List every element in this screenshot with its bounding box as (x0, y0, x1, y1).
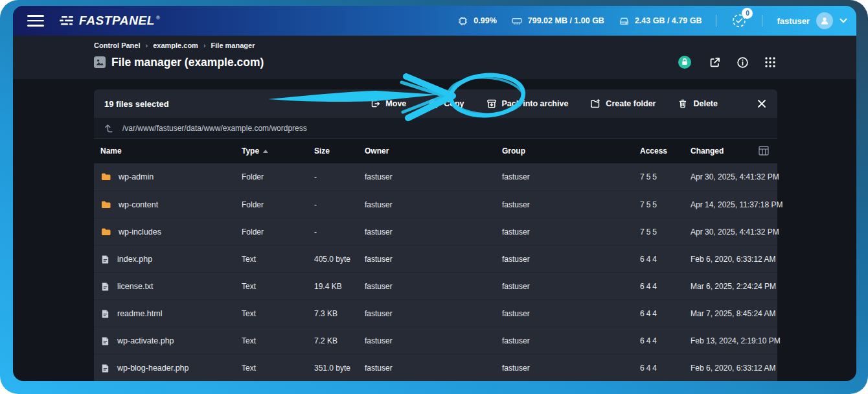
file-name: wp-content (119, 200, 158, 209)
tasks-button[interactable]: 0 (731, 12, 748, 29)
file-group: fastuser (502, 336, 640, 345)
file-group: fastuser (502, 309, 640, 318)
move-icon (370, 98, 380, 109)
external-link-icon[interactable] (709, 56, 721, 69)
file-group: fastuser (502, 282, 640, 291)
file-access: 644 (640, 309, 691, 318)
breadcrumb-domain[interactable]: example.com (153, 41, 198, 49)
cpu-icon (457, 16, 468, 27)
file-size: 351.0 byte (314, 364, 365, 373)
file-type: Folder (242, 200, 314, 209)
memory-usage: 799.02 MB / 1.00 GB (511, 16, 604, 27)
file-group: fastuser (502, 227, 640, 237)
copy-icon (428, 98, 439, 109)
move-button[interactable]: Move (370, 98, 406, 109)
file-name-cell: index.php (100, 254, 242, 264)
column-header-size[interactable]: Size (314, 146, 365, 156)
text-file-icon (100, 308, 110, 319)
file-size: 7.3 KB (314, 309, 365, 318)
cpu-usage: 0.99% (457, 16, 496, 27)
folder-icon (100, 172, 111, 182)
file-manager-icon (94, 56, 106, 68)
file-access: 755 (640, 172, 691, 181)
file-name: wp-includes (119, 227, 161, 237)
column-header-type[interactable]: Type (242, 146, 314, 156)
file-table-body: wp-adminFolder-fastuserfastuser755Apr 30… (94, 163, 777, 381)
table-row[interactable]: wp-contentFolder-fastuserfastuser755Apr … (94, 191, 777, 218)
delete-button[interactable]: Delete (678, 98, 718, 109)
file-changed: Mar 6, 2025, 2:24:24 PM (691, 282, 776, 291)
menu-icon[interactable] (27, 15, 44, 27)
file-owner: fastuser (365, 255, 502, 264)
file-name-cell: license.txt (100, 281, 242, 292)
table-row[interactable]: wp-includesFolder-fastuserfastuser755Apr… (94, 218, 777, 245)
column-header-owner[interactable]: Owner (365, 146, 502, 156)
breadcrumb-control-panel[interactable]: Control Panel (94, 41, 141, 49)
pack-into-archive-button[interactable]: Pack into archive (486, 98, 569, 109)
file-access: 644 (640, 336, 691, 345)
file-access: 755 (640, 200, 691, 209)
file-owner: fastuser (365, 336, 502, 345)
top-bar: FASTPANEL ® 0.99% 799.02 MB / 1.00 GB 2.… (13, 6, 856, 36)
file-access: 755 (640, 227, 691, 237)
file-name-cell: wp-blog-header.php (100, 363, 242, 373)
table-header: Name Type Size Owner Group Access Change… (94, 139, 777, 163)
user-menu[interactable]: fastuser (777, 12, 847, 29)
file-name-cell: wp-content (100, 200, 242, 210)
file-owner: fastuser (365, 309, 502, 318)
file-name: readme.html (117, 309, 162, 318)
file-name: wp-activate.php (117, 336, 174, 345)
file-group: fastuser (502, 364, 640, 373)
file-type: Folder (242, 172, 314, 181)
divider (762, 15, 762, 27)
file-changed: Feb 6, 2020, 6:33:12 AM (691, 255, 775, 264)
up-directory-icon[interactable] (103, 122, 114, 133)
info-icon[interactable] (737, 56, 749, 69)
table-row[interactable]: wp-adminFolder-fastuserfastuser755Apr 30… (94, 163, 777, 191)
brand-logo[interactable]: FASTPANEL ® (60, 14, 160, 28)
create-folder-button[interactable]: Create folder (590, 98, 656, 109)
path-bar[interactable]: /var/www/fastuser/data/www/example.com/w… (94, 118, 777, 139)
table-row[interactable]: wp-blog-header.phpText351.0 bytefastuser… (94, 354, 777, 381)
close-selection-button[interactable] (757, 98, 767, 109)
file-access: 644 (640, 364, 691, 373)
file-type: Text (242, 282, 314, 291)
table-row[interactable]: readme.htmlText7.3 KBfastuserfastuser644… (94, 299, 777, 327)
column-header-group[interactable]: Group (502, 146, 640, 156)
file-changed: Apr 30, 2025, 4:41:32 PM (691, 227, 779, 237)
file-changed: Apr 14, 2025, 11:37:18 PM (691, 200, 783, 209)
file-size: - (314, 200, 365, 209)
column-settings-icon[interactable] (759, 146, 769, 157)
file-size: 7.2 KB (314, 336, 365, 345)
file-name: wp-admin (119, 172, 154, 181)
column-header-name[interactable]: Name (100, 146, 242, 156)
column-header-changed[interactable]: Changed (691, 146, 768, 156)
file-changed: Feb 6, 2020, 6:33:12 AM (691, 364, 775, 373)
file-type: Text (242, 336, 314, 345)
copy-button[interactable]: Copy (428, 98, 464, 109)
text-file-icon (100, 336, 110, 346)
table-row[interactable]: index.phpText405.0 bytefastuserfastuser6… (94, 245, 777, 272)
table-row[interactable]: license.txtText19.4 KBfastuserfastuser64… (94, 272, 777, 299)
column-header-access[interactable]: Access (640, 146, 691, 156)
equalizer-icon (60, 16, 75, 29)
file-size: - (314, 172, 365, 181)
file-type: Text (242, 309, 314, 318)
username-label: fastuser (777, 16, 810, 26)
file-type: Text (242, 255, 314, 264)
create-folder-icon (590, 98, 600, 109)
file-name: license.txt (117, 282, 154, 291)
tasks-count-badge: 0 (742, 8, 753, 19)
archive-icon (486, 98, 497, 109)
disk-usage: 2.43 GB / 4.79 GB (619, 16, 702, 27)
disk-icon (619, 16, 630, 27)
folder-icon (100, 227, 111, 237)
file-type: Text (242, 364, 314, 373)
security-badge-button[interactable] (676, 54, 693, 71)
text-file-icon (100, 281, 110, 292)
apps-grid-icon[interactable] (764, 56, 776, 68)
file-size: 19.4 KB (314, 282, 365, 291)
table-row[interactable]: wp-activate.phpText7.2 KBfastuserfastuse… (94, 327, 777, 354)
brand-registered-mark: ® (156, 15, 160, 21)
page-header: Control Panel › example.com › File manag… (13, 36, 856, 79)
